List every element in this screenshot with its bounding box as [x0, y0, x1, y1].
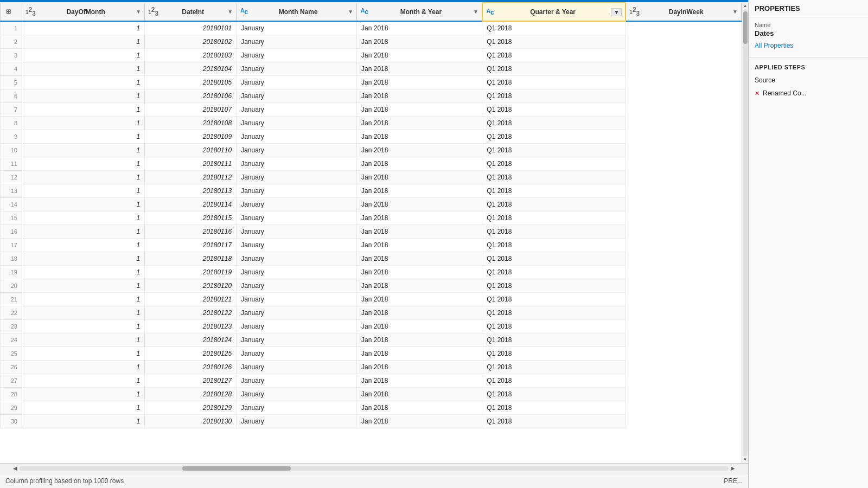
monthname-cell: January: [237, 102, 357, 116]
quarteryear-cell: Q1 2018: [482, 116, 626, 130]
table-row: 15120180115JanuaryJan 2018Q1 2018: [1, 211, 742, 224]
monthname-cell: January: [237, 48, 357, 62]
col-filter-btn[interactable]: ▼: [732, 9, 738, 15]
all-properties-link[interactable]: All Properties: [755, 42, 793, 49]
col-header-DateInt[interactable]: 123DateInt▼: [145, 3, 237, 21]
table-row: 14120180114JanuaryJan 2018Q1 2018: [1, 197, 742, 211]
monthyear-cell: Jan 2018: [357, 279, 482, 292]
dateint-cell: 20180115: [145, 211, 237, 224]
h-scroll-track[interactable]: [20, 466, 729, 471]
dayofmonth-cell: 1: [22, 170, 145, 184]
dayofmonth-cell: 1: [22, 333, 145, 346]
col-header-DayOfMonth[interactable]: 123DayOfMonth▼: [22, 3, 145, 21]
row-number-cell: 2: [1, 35, 22, 48]
table-row: 1120180101JanuaryJan 2018Q1 2018: [1, 21, 742, 35]
quarteryear-cell: Q1 2018: [482, 346, 626, 360]
monthname-cell: January: [237, 62, 357, 75]
dayofmonth-cell: 1: [22, 238, 145, 252]
monthyear-cell: Jan 2018: [357, 306, 482, 319]
row-number-cell: 26: [1, 360, 22, 374]
dayofmonth-cell: 1: [22, 89, 145, 102]
monthname-cell: January: [237, 346, 357, 360]
table-row: 18120180118JanuaryJan 2018Q1 2018: [1, 252, 742, 265]
divider: [749, 57, 868, 57]
table-icon: ⊞: [4, 8, 12, 15]
dateint-cell: 20180107: [145, 102, 237, 116]
name-value: Dates: [755, 29, 863, 37]
col-header-DayInWeek[interactable]: 123DayInWeek▼: [626, 3, 741, 21]
status-text-right: PRE...: [724, 477, 743, 485]
quarteryear-cell: Q1 2018: [482, 292, 626, 306]
dateint-cell: 20180124: [145, 333, 237, 346]
scroll-left-arrow[interactable]: ◀: [11, 465, 20, 471]
col-label: Quarter & Year: [497, 8, 609, 16]
col-filter-btn[interactable]: ▼: [227, 9, 233, 15]
monthname-cell: January: [237, 238, 357, 252]
horizontal-scroll-bar[interactable]: ◀ ▶: [0, 463, 748, 473]
monthyear-cell: Jan 2018: [357, 130, 482, 143]
dateint-cell: 20180106: [145, 89, 237, 102]
dayofmonth-cell: 1: [22, 62, 145, 75]
row-number-cell: 25: [1, 346, 22, 360]
monthname-cell: January: [237, 306, 357, 319]
text-type-icon: Ac: [240, 8, 248, 16]
dateint-cell: 20180126: [145, 360, 237, 374]
col-filter-btn[interactable]: ▼: [136, 9, 141, 15]
step-item-renamed[interactable]: ✕Renamed Co...: [749, 87, 868, 100]
dayofmonth-cell: 1: [22, 346, 145, 360]
quarteryear-cell: Q1 2018: [482, 143, 626, 157]
table-with-scrollbar: ⊞123DayOfMonth▼123DateInt▼AcMonth Name▼A…: [0, 2, 748, 463]
text-type-icon: Ac: [486, 8, 495, 16]
monthyear-cell: Jan 2018: [357, 184, 482, 197]
dateint-cell: 20180121: [145, 292, 237, 306]
scroll-right-arrow[interactable]: ▶: [729, 465, 737, 471]
row-number-cell: 30: [1, 414, 22, 428]
dayofmonth-cell: 1: [22, 319, 145, 333]
scroll-down-arrow[interactable]: ▼: [743, 457, 748, 462]
name-label: Name: [755, 22, 863, 28]
row-number-cell: 17: [1, 238, 22, 252]
monthname-cell: January: [237, 252, 357, 265]
table-body: 1120180101JanuaryJan 2018Q1 201821201801…: [1, 21, 742, 428]
vertical-scrollbar[interactable]: ▲ ▼: [742, 2, 748, 463]
step-item-source[interactable]: Source: [749, 74, 868, 87]
scroll-track[interactable]: [743, 9, 748, 456]
monthyear-cell: Jan 2018: [357, 252, 482, 265]
monthname-cell: January: [237, 279, 357, 292]
quarteryear-cell: Q1 2018: [482, 279, 626, 292]
scroll-up-arrow[interactable]: ▲: [743, 3, 748, 8]
table-scroll[interactable]: ⊞123DayOfMonth▼123DateInt▼AcMonth Name▼A…: [0, 2, 742, 463]
col-header-MonthYear[interactable]: AcMonth & Year▼: [357, 3, 482, 21]
table-row: 21120180121JanuaryJan 2018Q1 2018: [1, 292, 742, 306]
monthyear-cell: Jan 2018: [357, 75, 482, 89]
quarteryear-cell: Q1 2018: [482, 170, 626, 184]
dayofmonth-cell: 1: [22, 35, 145, 48]
quarteryear-cell: Q1 2018: [482, 252, 626, 265]
col-filter-btn[interactable]: ▼: [473, 9, 478, 15]
dateint-cell: 20180125: [145, 346, 237, 360]
row-number-cell: 11: [1, 157, 22, 170]
table-row: 30120180130JanuaryJan 2018Q1 2018: [1, 414, 742, 428]
row-number-cell: 18: [1, 252, 22, 265]
col-filter-btn[interactable]: ▼: [348, 9, 353, 15]
table-row: 5120180105JanuaryJan 2018Q1 2018: [1, 75, 742, 89]
col-dropdown-btn[interactable]: ▼: [611, 8, 622, 16]
table-row: 10120180110JanuaryJan 2018Q1 2018: [1, 143, 742, 157]
row-number-cell: 28: [1, 387, 22, 401]
step-delete-icon[interactable]: ✕: [755, 90, 760, 97]
monthname-cell: January: [237, 21, 357, 35]
col-header-QuarterYear[interactable]: AcQuarter & Year▼: [482, 3, 626, 21]
monthyear-cell: Jan 2018: [357, 197, 482, 211]
monthyear-cell: Jan 2018: [357, 401, 482, 414]
col-header-MonthName[interactable]: AcMonth Name▼: [237, 3, 357, 21]
row-number-cell: 1: [1, 21, 22, 35]
monthyear-cell: Jan 2018: [357, 292, 482, 306]
dayofmonth-cell: 1: [22, 75, 145, 89]
dayofmonth-cell: 1: [22, 21, 145, 35]
dateint-cell: 20180110: [145, 143, 237, 157]
scroll-thumb[interactable]: [743, 11, 748, 44]
dateint-cell: 20180117: [145, 238, 237, 252]
table-container: ⊞123DayOfMonth▼123DateInt▼AcMonth Name▼A…: [0, 0, 749, 488]
table-header-row: ⊞123DayOfMonth▼123DateInt▼AcMonth Name▼A…: [1, 3, 742, 21]
h-scroll-thumb[interactable]: [182, 466, 291, 471]
